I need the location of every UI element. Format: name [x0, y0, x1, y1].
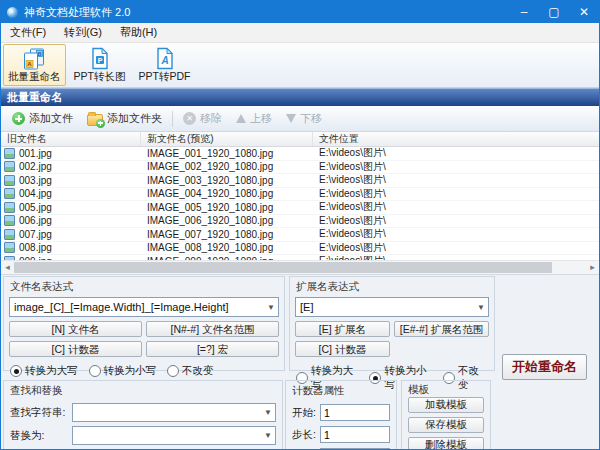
table-row[interactable]: 004.jpgIMAGE_004_1920_1080.jpgE:\videos\… [1, 188, 599, 202]
table-row[interactable]: 005.jpgIMAGE_005_1920_1080.jpgE:\videos\… [1, 201, 599, 215]
table-row[interactable]: 001.jpgIMAGE_001_1920_1080.jpgE:\videos\… [1, 147, 599, 161]
tool-label: PPT转长图 [74, 70, 126, 84]
old-file-name: 003.jpg [19, 175, 52, 186]
column-header-location[interactable]: 文件位置 [313, 132, 599, 146]
section-header: 批量重命名 [1, 88, 599, 106]
svg-text:B: B [38, 50, 42, 56]
old-file-name: 009.jpg [19, 256, 52, 260]
counter-step-input[interactable] [320, 426, 390, 443]
new-file-name: IMAGE_007_1920_1080.jpg [141, 229, 313, 240]
old-file-name: 006.jpg [19, 215, 52, 226]
insert-extension-range-button[interactable]: [E#-#] 扩展名范围 [394, 321, 489, 337]
chevron-down-icon: ▼ [261, 431, 275, 440]
table-row[interactable]: 007.jpgIMAGE_007_1920_1080.jpgE:\videos\… [1, 228, 599, 242]
find-string-combo[interactable]: ▼ [72, 403, 276, 422]
main-toolbar: B A 批量重命名 P PPT转长图 [1, 43, 599, 88]
file-location: E:\videos\图片\ [313, 241, 599, 255]
move-up-button[interactable]: 上移 [229, 109, 279, 128]
table-row[interactable]: 008.jpgIMAGE_008_1920_1080.jpgE:\videos\… [1, 242, 599, 256]
scroll-left-icon[interactable]: ◂ [1, 261, 14, 274]
insert-macro-button[interactable]: [=?] 宏 [146, 341, 279, 357]
add-file-icon [12, 112, 25, 125]
column-header-new-name[interactable]: 新文件名(预览) [141, 132, 313, 146]
find-replace-group: 查找和替换 查找字符串: ▼ 替换为: ▼ 区分大小写 [3, 380, 283, 450]
radio-filename-uppercase[interactable]: 转换为大写 [10, 364, 78, 378]
start-rename-button[interactable]: 开始重命名 [502, 354, 587, 380]
file-location: E:\videos\图片\ [313, 160, 599, 174]
extension-expression-combo[interactable]: [E] ▼ [295, 297, 489, 317]
minimize-button[interactable]: – [509, 1, 539, 23]
tool-batch-rename[interactable]: B A 批量重命名 [3, 44, 66, 86]
image-file-icon [4, 188, 15, 199]
add-file-button[interactable]: 添加文件 [5, 109, 80, 128]
new-file-name: IMAGE_005_1920_1080.jpg [141, 202, 313, 213]
delete-template-button[interactable]: 删除模板 [408, 437, 484, 450]
scrollbar-thumb[interactable] [14, 262, 552, 273]
table-row[interactable]: 009.jpgIMAGE_009_1920_1080.jpgE:\videos\… [1, 255, 599, 260]
ppt-to-pdf-icon: A [155, 47, 175, 70]
file-location: E:\videos\图片\ [313, 254, 599, 260]
file-location: E:\videos\图片\ [313, 214, 599, 228]
table-header: 旧文件名 新文件名(预览) 文件位置 [1, 132, 599, 147]
scroll-right-icon[interactable]: ▸ [586, 261, 599, 274]
file-location: E:\videos\图片\ [313, 173, 599, 187]
table-body: 001.jpgIMAGE_001_1920_1080.jpgE:\videos\… [1, 147, 599, 260]
old-file-name: 004.jpg [19, 188, 52, 199]
old-file-name: 005.jpg [19, 202, 52, 213]
file-location: E:\videos\图片\ [313, 227, 599, 241]
table-row[interactable]: 006.jpgIMAGE_006_1920_1080.jpgE:\videos\… [1, 215, 599, 229]
image-file-icon [4, 229, 15, 240]
maximize-button[interactable]: ▢ [539, 1, 569, 23]
svg-text:A: A [160, 55, 168, 66]
group-label: 计数器属性 [286, 381, 396, 399]
close-button[interactable]: ✕ [569, 1, 599, 23]
templates-group: 模板 加载模板 保存模板 删除模板 [401, 380, 491, 450]
filename-expression-combo[interactable]: image_[C]_[=Image.Width]_[=Image.Height]… [9, 297, 279, 317]
counter-start-label: 开始: [292, 406, 320, 420]
arrow-down-icon [286, 114, 296, 123]
column-header-old-name[interactable]: 旧文件名 [1, 132, 141, 146]
menu-help[interactable]: 帮助(H) [111, 23, 166, 42]
group-label: 文件名表达式 [4, 277, 284, 295]
old-file-name: 007.jpg [19, 229, 52, 240]
add-folder-button[interactable]: 添加文件夹 [80, 109, 169, 128]
save-template-button[interactable]: 保存模板 [408, 417, 484, 433]
image-file-icon [4, 242, 15, 253]
remove-button[interactable]: 移除 [176, 109, 229, 128]
horizontal-scrollbar[interactable]: ◂ ▸ [1, 260, 599, 274]
title-bar: 神奇文档处理软件 2.0 – ▢ ✕ [1, 1, 599, 23]
table-row[interactable]: 003.jpgIMAGE_003_1920_1080.jpgE:\videos\… [1, 174, 599, 188]
tool-ppt-to-pdf[interactable]: A PPT转PDF [134, 44, 196, 86]
insert-extension-button[interactable]: [E] 扩展名 [295, 321, 390, 337]
image-file-icon [4, 161, 15, 172]
tool-label: PPT转PDF [139, 70, 191, 84]
chevron-down-icon: ▼ [474, 303, 488, 312]
old-file-name: 002.jpg [19, 161, 52, 172]
file-location: E:\videos\图片\ [313, 187, 599, 201]
replace-label: 替换为: [10, 429, 72, 443]
move-down-button[interactable]: 下移 [279, 109, 329, 128]
counter-start-input[interactable] [320, 404, 390, 421]
table-row[interactable]: 002.jpgIMAGE_002_1920_1080.jpgE:\videos\… [1, 161, 599, 175]
menu-file[interactable]: 文件(F) [1, 23, 55, 42]
insert-ext-counter-button[interactable]: [C] 计数器 [295, 341, 390, 357]
counter-step-label: 步长: [292, 428, 320, 442]
radio-filename-nochange[interactable]: 不改变 [167, 364, 214, 378]
insert-filename-button[interactable]: [N] 文件名 [9, 321, 142, 337]
toolbar-separator [172, 111, 173, 127]
replace-with-combo[interactable]: ▼ [72, 426, 276, 445]
insert-counter-button[interactable]: [C] 计数器 [9, 341, 142, 357]
menu-goto[interactable]: 转到(G) [55, 23, 111, 42]
group-label: 查找和替换 [4, 381, 282, 399]
action-toolbar: 添加文件 添加文件夹 移除 上移 下移 [1, 106, 599, 132]
load-template-button[interactable]: 加载模板 [408, 397, 484, 413]
batch-rename-icon: B A [21, 47, 47, 70]
radio-filename-lowercase[interactable]: 转换为小写 [89, 364, 157, 378]
insert-filename-range-button[interactable]: [N#-#] 文件名范围 [146, 321, 279, 337]
tool-ppt-to-long-image[interactable]: P PPT转长图 [69, 44, 131, 86]
new-file-name: IMAGE_002_1920_1080.jpg [141, 161, 313, 172]
window-controls: – ▢ ✕ [509, 1, 599, 23]
group-label: 扩展名表达式 [290, 277, 494, 295]
image-file-icon [4, 148, 15, 159]
svg-text:P: P [97, 56, 102, 63]
